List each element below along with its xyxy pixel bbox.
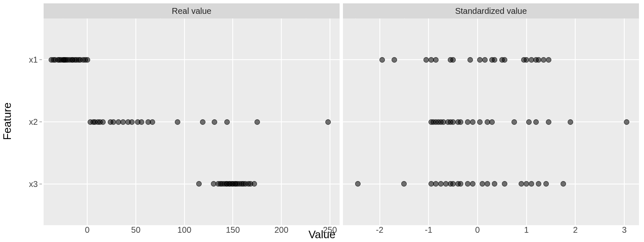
data-point: [252, 181, 257, 187]
data-point: [470, 181, 475, 187]
data-point: [502, 181, 507, 187]
data-point: [546, 119, 551, 125]
data-point: [568, 119, 573, 125]
facet-panels: x1x2x3 Real value 050100150200250 Standa…: [44, 3, 639, 225]
data-point: [196, 181, 202, 187]
plot-area: [44, 18, 340, 225]
data-point: [392, 57, 397, 63]
data-point: [533, 119, 539, 125]
data-point: [401, 181, 407, 187]
x-axis-label-text: Value: [309, 228, 336, 241]
data-point: [482, 57, 488, 63]
data-point: [624, 119, 629, 125]
data-point: [512, 119, 517, 125]
facet-strip: Real value: [44, 3, 340, 18]
data-point: [492, 57, 497, 63]
plot-wrap: 050100150200250: [44, 18, 340, 225]
data-point: [485, 181, 490, 187]
data-point: [150, 119, 155, 125]
plot-area: [343, 18, 639, 225]
x-axis-label: Value: [0, 227, 644, 242]
data-point: [526, 119, 532, 125]
data-point: [200, 119, 205, 125]
data-point: [470, 119, 475, 125]
data-point: [458, 119, 463, 125]
data-point: [129, 119, 135, 125]
data-point: [212, 119, 217, 125]
data-point: [254, 119, 260, 125]
facet-title: Standardized value: [455, 6, 527, 16]
data-point: [492, 181, 497, 187]
data-point: [477, 119, 483, 125]
y-axis-label: Feature: [0, 0, 15, 242]
data-point: [355, 181, 361, 187]
data-point: [458, 181, 463, 187]
data-point: [433, 57, 439, 63]
figure: Feature x1x2x3 Real value 05010015020025…: [0, 0, 644, 242]
data-point: [502, 57, 507, 63]
data-point: [85, 57, 90, 63]
data-point: [541, 57, 546, 63]
y-axis-label-text: Feature: [1, 102, 14, 140]
y-tick-label: x1: [29, 55, 42, 65]
data-point: [529, 181, 534, 187]
data-point: [139, 119, 144, 125]
data-point: [450, 57, 456, 63]
data-point: [438, 181, 444, 187]
data-point: [536, 181, 541, 187]
data-point: [546, 57, 551, 63]
y-tick-label: x2: [29, 117, 42, 127]
y-ticks: x1x2x3: [22, 18, 42, 225]
data-point: [325, 119, 331, 125]
data-point: [100, 119, 106, 125]
panel-real-value: Real value 050100150200250: [44, 3, 340, 225]
data-point: [224, 119, 230, 125]
data-point: [543, 181, 549, 187]
data-point: [467, 57, 473, 63]
facet-title: Real value: [172, 6, 212, 16]
data-point: [175, 119, 180, 125]
data-point: [561, 181, 566, 187]
plot-wrap: -2-10123: [343, 18, 639, 225]
facet-strip: Standardized value: [343, 3, 639, 18]
data-point: [379, 57, 385, 63]
panel-standardized-value: Standardized value -2-10123: [343, 3, 639, 225]
data-point: [489, 119, 495, 125]
data-point: [423, 57, 429, 63]
y-tick-label: x3: [29, 179, 42, 189]
